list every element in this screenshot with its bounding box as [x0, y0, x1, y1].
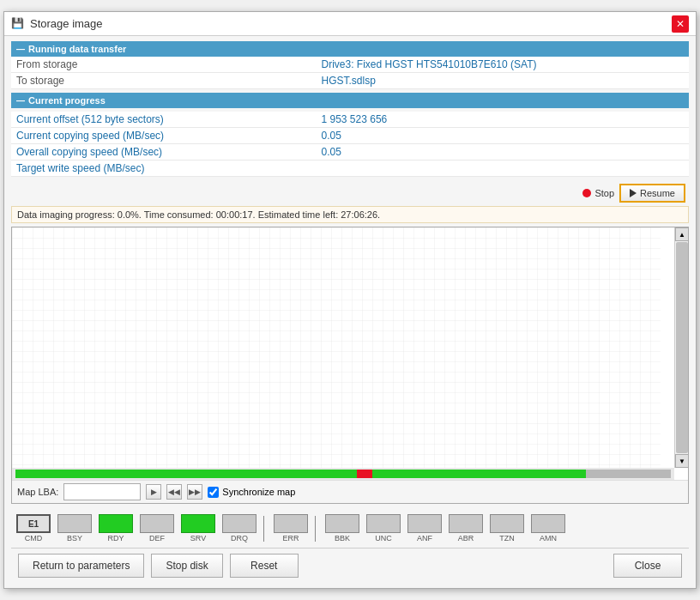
sync-checkbox-label[interactable]: Synchronize map	[208, 487, 295, 498]
running-transfer-header: — Running data transfer	[11, 41, 689, 57]
window-title: Storage image	[30, 17, 103, 30]
status-bbk: BBK	[323, 514, 361, 542]
running-header-label: Running data transfer	[28, 44, 126, 54]
status-box-amn	[531, 514, 565, 533]
stop-disk-button[interactable]: Stop disk	[151, 554, 222, 578]
status-box-abr	[449, 514, 483, 533]
status-legend: E1 CMD BSY RDY DEF SRV DRQ	[11, 509, 689, 548]
close-button[interactable]: Close	[613, 554, 682, 578]
status-err: ERR	[272, 514, 310, 542]
status-box-bbk	[325, 514, 359, 533]
controls-bar: Stop Resume	[11, 180, 689, 206]
current-progress-header: — Current progress	[11, 93, 689, 108]
bottom-buttons: Return to parameters Stop disk Reset Clo…	[11, 548, 689, 583]
resume-label: Resume	[640, 188, 675, 198]
legend-green-2	[372, 470, 586, 478]
status-anf: ANF	[406, 514, 444, 542]
separator-1	[263, 516, 267, 542]
status-amn: AMN	[529, 514, 567, 542]
return-to-parameters-button[interactable]: Return to parameters	[18, 554, 144, 578]
status-tzn: TZN	[488, 514, 526, 542]
offset-row: Current offset (512 byte sectors) 1 953 …	[11, 112, 689, 128]
status-box-bsy	[57, 514, 92, 533]
scroll-up-button[interactable]: ▲	[675, 227, 689, 241]
resume-button[interactable]: Resume	[619, 184, 685, 203]
status-bar: Data imaging progress: 0.0%. Time consum…	[11, 206, 689, 223]
stop-dot	[582, 189, 591, 197]
play-nav-button[interactable]: ▶	[146, 484, 161, 500]
status-box-def	[140, 514, 174, 533]
status-label-amn: AMN	[540, 534, 557, 542]
legend-gray	[586, 470, 671, 478]
status-label-srv: SRV	[190, 534, 206, 542]
status-label-def: DEF	[149, 534, 165, 542]
svg-rect-1	[12, 227, 661, 468]
legend-red	[357, 470, 372, 478]
copy-speed-label: Current copying speed (MB/sec)	[11, 128, 317, 144]
copy-speed-value: 0.05	[317, 128, 690, 144]
status-abr: ABR	[447, 514, 485, 542]
title-bar: 💾 Storage image ✕	[4, 12, 696, 36]
sync-label: Synchronize map	[222, 487, 295, 497]
status-label-err: ERR	[282, 534, 299, 542]
status-label-tzn: TZN	[499, 534, 515, 542]
separator-2	[315, 516, 318, 542]
main-window: 💾 Storage image ✕ — Running data transfe…	[3, 11, 697, 589]
map-controls: Map LBA: ▶ ◀◀ ▶▶ Synchronize map	[12, 480, 688, 503]
target-speed-row: Target write speed (MB/sec)	[11, 161, 689, 177]
status-label-abr: ABR	[458, 534, 474, 542]
status-label-bbk: BBK	[335, 534, 350, 542]
status-box-srv	[181, 514, 215, 533]
prev-nav-button[interactable]: ◀◀	[166, 484, 182, 500]
from-storage-row: From storage Drive3: Fixed HGST HTS54101…	[11, 57, 689, 73]
from-storage-value: Drive3: Fixed HGST HTS541010B7E610 (SAT)	[317, 57, 690, 73]
main-content: — Running data transfer From storage Dri…	[4, 36, 696, 588]
map-scrollbar: ▲ ▼	[674, 227, 688, 468]
status-box-rdy	[99, 514, 133, 533]
copy-speed-row: Current copying speed (MB/sec) 0.05	[11, 128, 689, 144]
status-def: DEF	[138, 514, 176, 542]
status-unc: UNC	[365, 514, 402, 542]
stop-indicator: Stop	[582, 188, 614, 198]
collapse-icon: —	[16, 45, 25, 54]
overall-speed-row: Overall copying speed (MB/sec) 0.05	[11, 144, 689, 161]
to-storage-label: To storage	[11, 73, 317, 89]
legend-green	[15, 470, 357, 478]
legend-bar	[12, 468, 674, 480]
status-box-anf	[407, 514, 442, 533]
play-icon	[630, 189, 637, 197]
status-box-err	[274, 514, 308, 533]
scroll-thumb[interactable]	[676, 242, 688, 453]
next-nav-button[interactable]: ▶▶	[187, 484, 202, 500]
to-storage-value: HGST.sdlsp	[317, 73, 690, 89]
status-bsy: BSY	[56, 514, 94, 542]
grid-display[interactable]: // Draw grid lines via JS after DOM load	[12, 227, 661, 468]
status-box-drq	[222, 514, 256, 533]
status-rdy: RDY	[97, 514, 135, 542]
status-e1-cmd: E1 CMD	[15, 514, 52, 542]
status-text: Data imaging progress: 0.0%. Time consum…	[17, 209, 380, 220]
status-label-anf: ANF	[417, 534, 432, 542]
map-container: // Draw grid lines via JS after DOM load	[11, 227, 689, 504]
status-drq: DRQ	[220, 514, 258, 542]
map-lba-input[interactable]	[63, 483, 141, 500]
progress-header-label: Current progress	[28, 95, 106, 106]
scroll-down-button[interactable]: ▼	[675, 454, 689, 468]
to-storage-row: To storage HGST.sdlsp	[11, 73, 689, 89]
status-label-drq: DRQ	[231, 534, 248, 542]
window-close-button[interactable]: ✕	[672, 15, 689, 33]
status-box-e1: E1	[16, 514, 51, 533]
grid-area-wrapper: // Draw grid lines via JS after DOM load	[12, 227, 688, 468]
status-box-unc	[366, 514, 401, 533]
map-inner: // Draw grid lines via JS after DOM load	[12, 227, 688, 503]
reset-button[interactable]: Reset	[230, 554, 299, 578]
target-speed-value	[317, 161, 690, 177]
status-label-rdy: RDY	[107, 534, 124, 542]
stop-label: Stop	[594, 188, 614, 198]
status-label-cmd: CMD	[25, 534, 43, 542]
sync-checkbox[interactable]	[208, 487, 219, 498]
from-storage-label: From storage	[11, 57, 317, 73]
grid-svg: // Draw grid lines via JS after DOM load	[12, 227, 661, 468]
title-bar-left: 💾 Storage image	[11, 17, 103, 31]
offset-label: Current offset (512 byte sectors)	[11, 112, 317, 128]
